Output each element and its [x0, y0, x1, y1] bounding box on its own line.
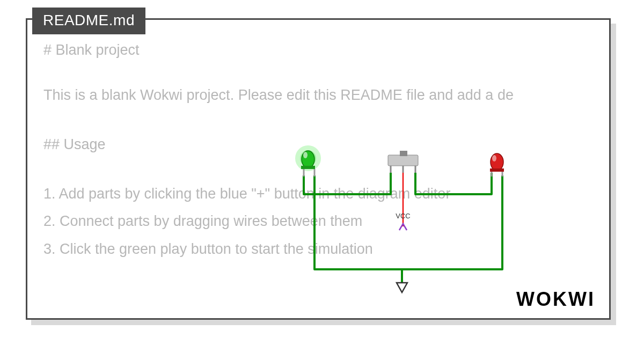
readme-usage-heading: ## Usage — [43, 134, 609, 156]
readme-step: 3. Click the green play button to start … — [43, 238, 609, 261]
file-tab[interactable]: README.md — [32, 8, 145, 34]
readme-heading: # Blank project — [43, 39, 609, 62]
readme-step: 1. Add parts by clicking the blue "+" bu… — [43, 183, 609, 205]
readme-step: 2. Connect parts by dragging wires betwe… — [43, 210, 609, 233]
wokwi-logo: WOKWI — [516, 288, 595, 311]
readme-description: This is a blank Wokwi project. Please ed… — [43, 84, 609, 107]
readme-card: # Blank project This is a blank Wokwi pr… — [26, 18, 611, 320]
readme-content: # Blank project This is a blank Wokwi pr… — [43, 39, 609, 318]
